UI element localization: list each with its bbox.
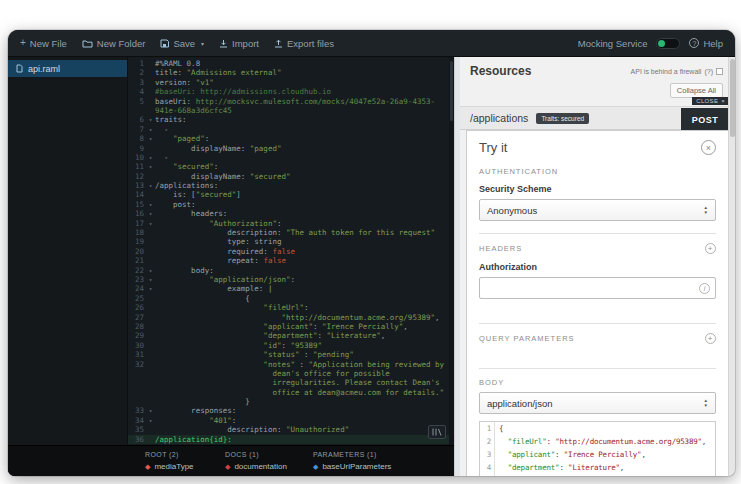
fold-toggle-icon[interactable]: ▾ — [146, 153, 155, 162]
editor-line[interactable]: 9 displayName: "paged" — [128, 144, 454, 153]
fold-toggle-icon[interactable]: ▾ — [146, 266, 155, 275]
editor-line[interactable]: dean's office for possible — [128, 369, 454, 378]
editor-line[interactable]: 16▾ headers: — [128, 209, 454, 218]
footer-tab-root[interactable]: ROOT (2) — [145, 451, 225, 458]
save-button[interactable]: Save ▾ — [160, 38, 204, 49]
editor-line[interactable]: 32 "notes" : "Application being reviewed… — [128, 360, 454, 369]
editor-line[interactable]: 4#baseUri: http://admissions.cloudhub.io — [128, 87, 454, 96]
footer-item-documentation[interactable]: ◆documentation — [225, 462, 313, 471]
footer-item-baseuriparameters[interactable]: ◆baseUriParameters — [313, 462, 454, 471]
add-query-param-button[interactable]: + — [705, 333, 716, 344]
security-scheme-select[interactable]: Anonymous ▲▼ — [479, 199, 716, 221]
authorization-input[interactable] — [485, 283, 699, 293]
editor-line[interactable]: office at dean@acmeu.com for details." — [128, 388, 454, 397]
editor-line[interactable]: 13▾/applications: — [128, 181, 454, 190]
editor-line[interactable]: 15▾ post: — [128, 200, 454, 209]
file-tree-item-api-raml[interactable]: api.raml — [8, 60, 127, 77]
editor-line[interactable]: 3version: "v1" — [128, 78, 454, 87]
editor-line[interactable]: 30 "id": "95389" — [128, 341, 454, 350]
editor-line[interactable]: 12 displayName: "secured" — [128, 172, 454, 181]
post-method-tab[interactable]: POST — [681, 108, 729, 131]
editor-line[interactable]: 20 required: false — [128, 247, 454, 256]
resource-row[interactable]: /applications Traits: secured CLOSE × PO… — [460, 106, 735, 130]
new-folder-button[interactable]: New Folder — [82, 38, 146, 49]
editor-line[interactable]: 1#%RAML 0.8 — [128, 59, 454, 68]
fold-toggle-icon[interactable]: ▾ — [146, 162, 155, 171]
editor-line[interactable]: 17▾ "Authorization": — [128, 219, 454, 228]
firewall-help-icon[interactable]: (?) — [704, 68, 713, 75]
editor-line[interactable]: 10▾ - — [128, 153, 454, 162]
footer-item-mediatype[interactable]: ◆mediaType — [145, 462, 225, 471]
body-code-line[interactable]: 5 "id": "95389" — [480, 474, 715, 476]
fold-toggle-icon[interactable]: ▾ — [146, 115, 155, 124]
editor-line[interactable]: 22▾ body: — [128, 266, 454, 275]
editor-line[interactable]: 23▾ "application/json": — [128, 275, 454, 284]
info-icon[interactable]: i — [699, 283, 710, 294]
firewall-checkbox[interactable] — [716, 68, 723, 75]
footer-tabs: ROOT (2)DOCS (1)PARAMETERS (1) — [145, 451, 454, 458]
editor-line[interactable]: 27 "http://documentum.acme.org/95389", — [128, 313, 454, 322]
new-file-button[interactable]: + New File — [20, 38, 67, 49]
footer-tab-parameters[interactable]: PARAMETERS (1) — [313, 451, 454, 458]
body-code-line[interactable]: 3 "applicant": "Irence Percially", — [480, 448, 715, 461]
editor-line[interactable]: 25 { — [128, 294, 454, 303]
footer-tab-docs[interactable]: DOCS (1) — [225, 451, 313, 458]
panel-scrollbar-thumb[interactable] — [730, 59, 735, 137]
fold-toggle-icon[interactable]: ▾ — [146, 406, 155, 415]
collapse-all-button[interactable]: Collapse All — [670, 83, 723, 98]
mocking-service-toggle[interactable] — [656, 38, 680, 49]
editor-line[interactable]: 19 type: string — [128, 237, 454, 246]
editor-line[interactable]: irregularities. Please contact Dean's — [128, 378, 454, 387]
body-code-line[interactable]: 2 "fileUrl": "http://documentum.acme.org… — [480, 435, 715, 448]
editor-line[interactable]: 7▾ - — [128, 125, 454, 134]
editor-scrollbar[interactable] — [449, 57, 454, 445]
close-resource-button[interactable]: CLOSE × — [692, 97, 729, 105]
editor-line[interactable]: 29 "department": "Literature", — [128, 331, 454, 340]
editor-line[interactable]: 28 "applicant": "Irence Percially", — [128, 322, 454, 331]
help-button[interactable]: ? Help — [689, 38, 723, 49]
editor-line[interactable]: } — [128, 397, 454, 406]
line-number: 11 — [128, 162, 146, 171]
editor-line[interactable]: 5baseUri: http://mocksvc.mulesoft.com/mo… — [128, 97, 454, 106]
fold-toggle-icon[interactable]: ▾ — [146, 219, 155, 228]
editor-line[interactable]: 35 description: "Unauthorized" — [128, 425, 454, 434]
content-type-select[interactable]: application/json ▲▼ — [479, 392, 716, 414]
editor-line[interactable]: 14 is: ["secured"] — [128, 190, 454, 199]
add-header-button[interactable]: + — [705, 243, 716, 254]
editor-line[interactable]: 33▾ responses: — [128, 406, 454, 415]
editor-line[interactable]: 26 "fileUrl": — [128, 303, 454, 312]
fold-toggle-icon[interactable]: ▾ — [146, 275, 155, 284]
import-button[interactable]: Import — [219, 38, 259, 49]
editor-line[interactable]: 18 description: "The auth token for this… — [128, 228, 454, 237]
editor-scrollbar-thumb[interactable] — [450, 61, 453, 121]
editor-line[interactable]: 36/application{id}: — [128, 435, 454, 444]
editor-line[interactable]: 941e-668a3d6cfc45 — [128, 106, 454, 115]
editor-region: api.raml 1#%RAML 0.82title: "Admissions … — [8, 57, 454, 476]
editor-line[interactable]: 11▾ "secured": — [128, 162, 454, 171]
chevron-down-icon[interactable]: ▾ — [201, 40, 204, 47]
try-it-close-button[interactable]: × — [701, 140, 716, 155]
body-code-line[interactable]: 1{ — [480, 422, 715, 435]
fold-toggle-icon[interactable]: ▾ — [146, 181, 155, 190]
editor-line[interactable]: 24▾ example: | — [128, 284, 454, 293]
fold-toggle-icon[interactable]: ▾ — [146, 284, 155, 293]
trait-badge: Traits: secured — [536, 113, 589, 124]
fold-toggle-icon[interactable]: ▾ — [146, 416, 155, 425]
export-files-button[interactable]: Export files — [274, 38, 334, 49]
editor-line[interactable]: 31 "status" : "pending" — [128, 350, 454, 359]
body-code-line[interactable]: 4 "department": "Literature", — [480, 461, 715, 474]
code-editor[interactable]: 1#%RAML 0.82title: "Admissions external"… — [128, 57, 454, 445]
fold-toggle-icon[interactable]: ▾ — [146, 125, 155, 134]
editor-line[interactable]: 2title: "Admissions external" — [128, 68, 454, 77]
fold-toggle-icon[interactable]: ▾ — [146, 200, 155, 209]
fold-toggle-icon[interactable]: ▾ — [146, 134, 155, 143]
editor-line[interactable]: 21 repeat: false — [128, 256, 454, 265]
fold-toggle-icon[interactable]: ▾ — [146, 209, 155, 218]
shelf-icon-button[interactable] — [428, 425, 446, 439]
editor-line[interactable]: 34▾ "401": — [128, 416, 454, 425]
firewall-option[interactable]: API is behind a firewall (?) — [631, 68, 723, 75]
body-editor[interactable]: 1{2 "fileUrl": "http://documentum.acme.o… — [479, 421, 716, 476]
panel-scrollbar[interactable] — [728, 57, 735, 476]
editor-line[interactable]: 8▾ "paged": — [128, 134, 454, 143]
editor-line[interactable]: 6▾traits: — [128, 115, 454, 124]
